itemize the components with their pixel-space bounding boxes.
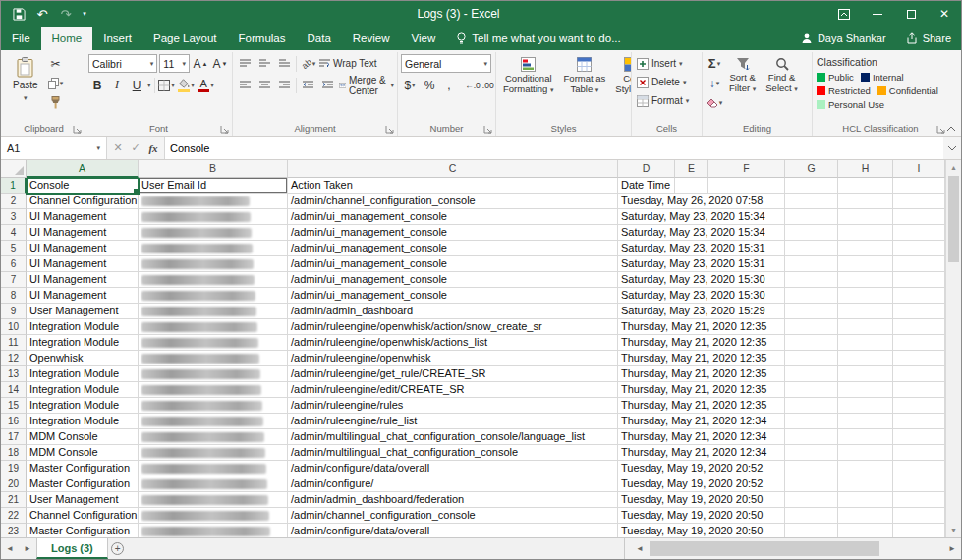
align-right-button[interactable] [275, 76, 293, 94]
top-align-button[interactable] [236, 54, 254, 73]
fill-button[interactable]: ↓▾ [706, 74, 723, 92]
tab-formulas[interactable]: Formulas [228, 27, 297, 50]
vertical-scrollbar[interactable]: ▲ ▼ [945, 160, 961, 537]
cell-g23[interactable] [785, 524, 838, 537]
formula-input[interactable]: Console [165, 137, 943, 159]
borders-button[interactable]: ▾ [158, 76, 176, 94]
cell-d1[interactable]: Date Time [618, 178, 675, 194]
row-header-21[interactable]: 21 [1, 492, 27, 508]
undo-button[interactable]: ↶ [32, 3, 52, 25]
row-header-11[interactable]: 11 [1, 335, 27, 351]
cell-g7[interactable] [785, 272, 838, 288]
save-button[interactable] [9, 3, 28, 25]
tab-view[interactable]: View [401, 27, 447, 50]
cell-h22[interactable] [838, 508, 893, 524]
cell-c11[interactable]: /admin/ruleengine/openwhisk/actions_list [288, 335, 618, 351]
cell-styles-button[interactable]: CellStyles ▾ [611, 54, 632, 95]
increase-decimal-button[interactable]: ←.0 [464, 76, 481, 94]
cell-h14[interactable] [838, 382, 893, 398]
cell-a10[interactable]: Integration Module [27, 319, 139, 335]
cell-d17[interactable]: Thursday, May 21, 2020 12:34 [618, 429, 785, 445]
tell-me-box[interactable]: Tell me what you want to do... [446, 27, 631, 50]
cell-h3[interactable] [838, 209, 893, 225]
cell-a9[interactable]: User Management [27, 304, 139, 319]
cell-d8[interactable]: Saturday, May 23, 2020 15:30 [618, 288, 785, 304]
cell-c13[interactable]: /admin/ruleengine/get_rule/CREATE_SR [288, 366, 618, 382]
row-header-8[interactable]: 8 [1, 288, 27, 304]
sheet-tab-logs[interactable]: Logs (3) [36, 538, 108, 559]
cell-a8[interactable]: UI Management [27, 288, 139, 304]
cell-g13[interactable] [785, 366, 838, 382]
tab-insert[interactable]: Insert [92, 27, 142, 50]
alignment-dialog-launcher-icon[interactable] [385, 125, 394, 134]
find-select-button[interactable]: Find &Select ▾ [762, 54, 802, 94]
center-button[interactable] [255, 76, 273, 94]
cell-b21[interactable] [139, 492, 288, 508]
row-header-7[interactable]: 7 [1, 272, 27, 288]
copy-button[interactable]: ▾ [47, 74, 65, 92]
tab-review[interactable]: Review [342, 27, 401, 50]
cell-d10[interactable]: Thursday, May 21, 2020 12:35 [618, 319, 785, 335]
sheet-nav-left-icon[interactable]: ◄ [1, 538, 19, 559]
cell-i3[interactable] [893, 209, 945, 225]
column-header-e[interactable]: E [675, 160, 708, 178]
horizontal-scrollbar[interactable] [649, 538, 943, 559]
cell-c8[interactable]: /admin/ui_management_console [288, 288, 618, 304]
cell-d11[interactable]: Thursday, May 21, 2020 12:35 [618, 335, 785, 351]
clipboard-dialog-launcher-icon[interactable] [73, 125, 82, 134]
row-header-2[interactable]: 2 [1, 194, 27, 209]
share-button[interactable]: Share [896, 27, 961, 50]
cell-c1[interactable]: Action Taken [288, 178, 618, 194]
row-header-20[interactable]: 20 [1, 476, 27, 492]
cell-h7[interactable] [838, 272, 893, 288]
cell-i15[interactable] [893, 398, 945, 414]
cell-b20[interactable] [139, 476, 288, 492]
cell-i14[interactable] [893, 382, 945, 398]
cell-i7[interactable] [893, 272, 945, 288]
cell-c15[interactable]: /admin/ruleengine/rules [288, 398, 618, 414]
cell-h16[interactable] [838, 414, 893, 429]
close-button[interactable]: ✕ [928, 1, 961, 27]
increase-indent-button[interactable] [319, 76, 337, 94]
select-all-corner[interactable] [1, 160, 27, 178]
collapse-ribbon-icon[interactable] [946, 126, 956, 132]
cell-a4[interactable]: UI Management [27, 225, 139, 241]
cell-d6[interactable]: Saturday, May 23, 2020 15:31 [618, 256, 785, 272]
cell-c20[interactable]: /admin/configure/ [288, 476, 618, 492]
classification-dialog-launcher-icon[interactable] [936, 125, 945, 134]
cell-d2[interactable]: Tuesday, May 26, 2020 07:58 [618, 194, 785, 209]
format-as-table-button[interactable]: Format asTable ▾ [560, 54, 610, 95]
font-color-button[interactable]: A ▾ [198, 76, 215, 94]
font-dialog-launcher-icon[interactable] [220, 125, 229, 134]
column-header-i[interactable]: I [893, 160, 945, 178]
accounting-format-button[interactable]: $▾ [401, 76, 419, 94]
cell-g12[interactable] [785, 351, 838, 366]
cell-b12[interactable] [139, 351, 288, 366]
cell-c21[interactable]: /admin/admin_dashboard/federation [288, 492, 618, 508]
qat-customize-icon[interactable]: ▾ [80, 3, 89, 25]
cell-h5[interactable] [838, 241, 893, 256]
hscroll-left-icon[interactable]: ◄ [631, 538, 649, 559]
cell-a18[interactable]: MDM Console [27, 445, 139, 461]
new-sheet-button[interactable]: + [108, 538, 128, 559]
cell-i17[interactable] [893, 429, 945, 445]
cell-a19[interactable]: Master Configuration [27, 461, 139, 476]
cell-a14[interactable]: Integration Module [27, 382, 139, 398]
cell-b19[interactable] [139, 461, 288, 476]
fill-color-button[interactable]: ▾ [178, 76, 196, 94]
sort-filter-button[interactable]: Sort &Filter ▾ [725, 54, 760, 94]
row-header-14[interactable]: 14 [1, 382, 27, 398]
classification-public[interactable]: Public [817, 72, 854, 83]
cancel-icon[interactable]: ✕ [109, 141, 127, 154]
conditional-formatting-button[interactable]: ConditionalFormatting ▾ [499, 54, 558, 95]
cell-i9[interactable] [893, 304, 945, 319]
cell-c17[interactable]: /admin/multilingual_chat_configuration_c… [288, 429, 618, 445]
hscroll-right-icon[interactable]: ► [943, 538, 961, 559]
cell-g9[interactable] [785, 304, 838, 319]
cell-g15[interactable] [785, 398, 838, 414]
column-header-h[interactable]: H [838, 160, 893, 178]
row-header-22[interactable]: 22 [1, 508, 27, 524]
wrap-text-button[interactable]: Wrap Text [319, 54, 377, 73]
cell-c18[interactable]: /admin/multilingual_chat_configuration_c… [288, 445, 618, 461]
font-name-combo[interactable]: Calibri▾ [88, 54, 157, 73]
